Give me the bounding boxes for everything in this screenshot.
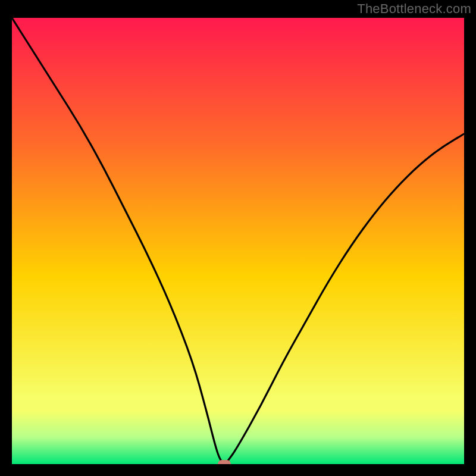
bottleneck-curve xyxy=(12,18,464,464)
minimum-marker xyxy=(218,460,231,464)
plot-area xyxy=(12,18,464,464)
chart-container: TheBottleneck.com xyxy=(0,0,476,476)
attribution-label: TheBottleneck.com xyxy=(357,1,471,17)
curve-path xyxy=(12,18,464,463)
